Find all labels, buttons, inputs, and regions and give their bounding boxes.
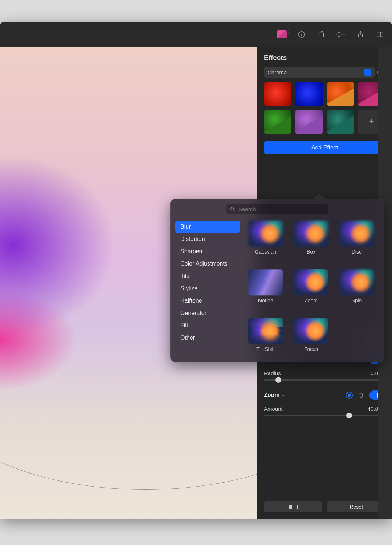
effect-name-toggle[interactable]: Zoom⌄ xyxy=(264,392,285,398)
effect-choice-disc[interactable]: Disc xyxy=(335,221,378,267)
new-window-icon[interactable] xyxy=(317,30,326,39)
svg-point-2 xyxy=(301,33,302,33)
effect-choice-spin[interactable]: Spin xyxy=(335,269,378,316)
preset-swatch[interactable] xyxy=(327,82,354,106)
effect-thumb xyxy=(248,269,283,295)
delete-effect-button[interactable] xyxy=(358,392,364,399)
reset-button[interactable]: Reset xyxy=(327,501,386,512)
effect-thumb xyxy=(248,221,283,247)
effect-choice-box[interactable]: Box xyxy=(290,221,332,267)
add-effect-button[interactable]: Add Effect xyxy=(264,141,385,154)
titlebar: ⌄ xyxy=(0,22,392,47)
chevron-down-icon: ⌄ xyxy=(281,393,285,397)
slider-thumb[interactable] xyxy=(346,413,352,418)
effect-choice-zoom[interactable]: Zoom xyxy=(290,269,332,316)
effect-thumb xyxy=(248,318,283,344)
effect-choice-gaussian[interactable]: Gaussian xyxy=(244,221,287,267)
effect-thumb xyxy=(294,269,328,295)
preset-dropdown[interactable]: Chroma ⌃⌄ xyxy=(264,67,375,78)
effect-search[interactable] xyxy=(226,204,328,214)
panel-title: Effects xyxy=(257,47,392,67)
preset-swatch[interactable] xyxy=(327,110,354,134)
preset-swatch[interactable] xyxy=(295,110,323,134)
share-icon[interactable] xyxy=(356,30,365,39)
radius-slider[interactable] xyxy=(264,379,385,381)
category-item-halftone[interactable]: Halftone xyxy=(175,295,240,307)
split-compare-button[interactable] xyxy=(264,501,322,512)
amount-slider[interactable] xyxy=(264,415,385,416)
category-item-other[interactable]: Other xyxy=(175,332,240,344)
preset-grid: + xyxy=(264,82,385,134)
category-item-generator[interactable]: Generator xyxy=(175,307,240,319)
category-item-color-adjustments[interactable]: Color Adjustments xyxy=(175,258,240,270)
effect-search-input[interactable] xyxy=(238,206,325,212)
effect-choices-grid: Gaussian Box Disc Motion Zoom Spin Tilt-… xyxy=(241,219,381,357)
preset-dropdown-label: Chroma xyxy=(268,69,287,75)
category-item-distortion[interactable]: Distortion xyxy=(175,233,240,245)
preset-swatch[interactable] xyxy=(264,82,291,106)
svg-point-6 xyxy=(339,34,339,34)
effect-choice-focus[interactable]: Focus xyxy=(290,318,332,362)
effect-thumb xyxy=(294,221,328,247)
info-icon[interactable] xyxy=(297,30,306,39)
svg-rect-8 xyxy=(377,32,383,37)
svg-line-11 xyxy=(233,210,234,211)
dropdown-arrows-icon: ⌃⌄ xyxy=(364,69,371,76)
effect-choice-tilt-shift[interactable]: Tilt-Shift xyxy=(244,318,287,362)
effect-choice-motion[interactable]: Motion xyxy=(244,269,287,316)
effect-thumb xyxy=(339,221,374,247)
category-item-fill[interactable]: Fill xyxy=(175,319,240,332)
app-window: ⌄ Effects Chroma ⌃⌄ ⋯ xyxy=(0,22,392,519)
target-point-icon[interactable] xyxy=(346,392,353,399)
panel-footer: Reset xyxy=(257,496,392,519)
effect-thumb xyxy=(339,269,374,295)
effect-thumb xyxy=(294,318,328,344)
preset-swatch[interactable] xyxy=(264,110,291,134)
sidebar-toggle-icon[interactable] xyxy=(375,30,385,39)
category-item-blur[interactable]: Blur xyxy=(175,221,240,233)
category-item-tile[interactable]: Tile xyxy=(175,270,240,282)
svg-point-10 xyxy=(231,207,234,210)
category-item-sharpen[interactable]: Sharpen xyxy=(175,245,240,258)
param-label: Amount xyxy=(264,406,283,412)
param-label: Radius xyxy=(264,370,281,376)
svg-rect-3 xyxy=(319,33,324,37)
preset-swatch[interactable] xyxy=(295,82,323,106)
effect-category-list: Blur Distortion Sharpen Color Adjustment… xyxy=(174,219,241,357)
svg-point-5 xyxy=(338,34,338,34)
search-icon xyxy=(230,206,236,212)
effect-row-zoom: Zoom⌄ Amount 40.0 px xyxy=(257,385,392,421)
category-item-stylize[interactable]: Stylize xyxy=(175,282,240,295)
slider-thumb[interactable] xyxy=(275,377,281,383)
more-icon[interactable]: ⌄ xyxy=(336,30,346,39)
split-compare-icon xyxy=(289,504,298,509)
svg-point-7 xyxy=(340,34,340,34)
add-effect-popover: Blur Distortion Sharpen Color Adjustment… xyxy=(170,199,384,362)
color-picker-icon[interactable] xyxy=(277,30,287,39)
